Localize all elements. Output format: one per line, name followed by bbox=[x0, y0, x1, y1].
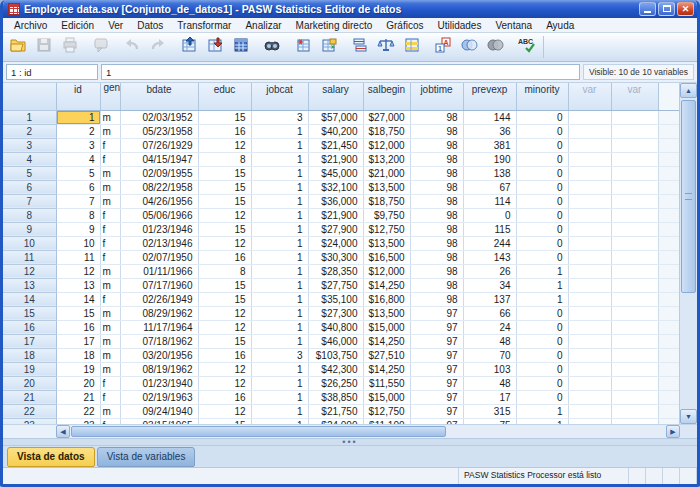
cell-minority-3[interactable]: 0 bbox=[516, 138, 568, 152]
cell-jobtime-10[interactable]: 98 bbox=[410, 236, 463, 250]
vertical-scroll-thumb[interactable] bbox=[681, 100, 696, 293]
cell-salbegin-22[interactable]: $12,750 bbox=[363, 404, 410, 418]
cell-prevexp-11[interactable]: 143 bbox=[463, 250, 516, 264]
menu-transformar[interactable]: Transformar bbox=[170, 19, 238, 32]
cell-salbegin-8[interactable]: $9,750 bbox=[363, 208, 410, 222]
cell-salary-17[interactable]: $46,000 bbox=[308, 334, 363, 348]
scroll-right-button[interactable]: ▶ bbox=[666, 425, 680, 438]
cell-reference-box[interactable]: 1 : id bbox=[6, 64, 98, 80]
cell-gender-9[interactable]: f bbox=[100, 222, 120, 236]
cell-minority-9[interactable]: 0 bbox=[516, 222, 568, 236]
cell-var1-17[interactable] bbox=[568, 334, 611, 348]
cell-salary-18[interactable]: $103,750 bbox=[308, 348, 363, 362]
cell-prevexp-12[interactable]: 26 bbox=[463, 264, 516, 278]
cell-gender-12[interactable]: m bbox=[100, 264, 120, 278]
cell-salary-14[interactable]: $35,100 bbox=[308, 292, 363, 306]
cell-id-17[interactable]: 17 bbox=[56, 334, 100, 348]
cell-salbegin-4[interactable]: $13,200 bbox=[363, 152, 410, 166]
cell-id-10[interactable]: 10 bbox=[56, 236, 100, 250]
cell-bdate-3[interactable]: 07/26/1929 bbox=[120, 138, 198, 152]
cell-var2-2[interactable] bbox=[611, 124, 658, 138]
cell-salary-5[interactable]: $45,000 bbox=[308, 166, 363, 180]
cell-salary-10[interactable]: $24,000 bbox=[308, 236, 363, 250]
row-header-12[interactable]: 12 bbox=[3, 264, 56, 278]
cell-prevexp-9[interactable]: 115 bbox=[463, 222, 516, 236]
cell-var1-11[interactable] bbox=[568, 250, 611, 264]
cell-prevexp-19[interactable]: 103 bbox=[463, 362, 516, 376]
cell-bdate-14[interactable]: 02/26/1949 bbox=[120, 292, 198, 306]
cell-gender-4[interactable]: f bbox=[100, 152, 120, 166]
cell-salbegin-11[interactable]: $16,500 bbox=[363, 250, 410, 264]
cell-salbegin-18[interactable]: $27,510 bbox=[363, 348, 410, 362]
cell-gender-7[interactable]: m bbox=[100, 194, 120, 208]
cell-educ-20[interactable]: 12 bbox=[198, 376, 251, 390]
cell-minority-2[interactable]: 0 bbox=[516, 124, 568, 138]
cell-prevexp-21[interactable]: 17 bbox=[463, 390, 516, 404]
cell-gender-10[interactable]: f bbox=[100, 236, 120, 250]
cell-prevexp-7[interactable]: 114 bbox=[463, 194, 516, 208]
cell-educ-18[interactable]: 16 bbox=[198, 348, 251, 362]
row-header-19[interactable]: 19 bbox=[3, 362, 56, 376]
cell-var2-18[interactable] bbox=[611, 348, 658, 362]
cell-var2-3[interactable] bbox=[611, 138, 658, 152]
cell-jobcat-2[interactable]: 1 bbox=[251, 124, 308, 138]
menu-ayuda[interactable]: Ayuda bbox=[539, 19, 581, 32]
grid-corner-cell[interactable] bbox=[3, 83, 56, 110]
cell-salary-19[interactable]: $42,300 bbox=[308, 362, 363, 376]
cell-jobcat-12[interactable]: 1 bbox=[251, 264, 308, 278]
cell-educ-2[interactable]: 16 bbox=[198, 124, 251, 138]
cell-salbegin-10[interactable]: $13,500 bbox=[363, 236, 410, 250]
cell-educ-7[interactable]: 15 bbox=[198, 194, 251, 208]
horizontal-scroll-track[interactable] bbox=[70, 425, 666, 438]
cell-salbegin-12[interactable]: $12,000 bbox=[363, 264, 410, 278]
cell-salary-11[interactable]: $30,300 bbox=[308, 250, 363, 264]
cell-educ-22[interactable]: 12 bbox=[198, 404, 251, 418]
cell-id-22[interactable]: 22 bbox=[56, 404, 100, 418]
cell-educ-10[interactable]: 12 bbox=[198, 236, 251, 250]
cell-prevexp-22[interactable]: 315 bbox=[463, 404, 516, 418]
cell-var2-21[interactable] bbox=[611, 390, 658, 404]
cell-gender-13[interactable]: m bbox=[100, 278, 120, 292]
cell-educ-17[interactable]: 15 bbox=[198, 334, 251, 348]
cell-minority-4[interactable]: 0 bbox=[516, 152, 568, 166]
cell-jobcat-1[interactable]: 3 bbox=[251, 110, 308, 124]
cell-jobcat-8[interactable]: 1 bbox=[251, 208, 308, 222]
cell-id-11[interactable]: 11 bbox=[56, 250, 100, 264]
cell-minority-16[interactable]: 0 bbox=[516, 320, 568, 334]
cell-jobcat-9[interactable]: 1 bbox=[251, 222, 308, 236]
column-header-minority[interactable]: minority bbox=[516, 83, 568, 110]
menu-edici-n[interactable]: Edición bbox=[54, 19, 101, 32]
cell-jobtime-21[interactable]: 97 bbox=[410, 390, 463, 404]
cell-salbegin-20[interactable]: $11,550 bbox=[363, 376, 410, 390]
cell-gender-1[interactable]: m bbox=[100, 110, 120, 124]
cell-minority-1[interactable]: 0 bbox=[516, 110, 568, 124]
cell-educ-16[interactable]: 12 bbox=[198, 320, 251, 334]
cell-prevexp-16[interactable]: 24 bbox=[463, 320, 516, 334]
cell-minority-14[interactable]: 1 bbox=[516, 292, 568, 306]
open-file-button[interactable] bbox=[5, 35, 31, 60]
cell-salary-8[interactable]: $21,900 bbox=[308, 208, 363, 222]
cell-minority-21[interactable]: 0 bbox=[516, 390, 568, 404]
cell-id-2[interactable]: 2 bbox=[56, 124, 100, 138]
close-button[interactable]: ✕ bbox=[677, 2, 694, 16]
cell-salary-4[interactable]: $21,900 bbox=[308, 152, 363, 166]
tab-data-view[interactable]: Vista de datos bbox=[7, 447, 95, 467]
cell-salbegin-6[interactable]: $13,500 bbox=[363, 180, 410, 194]
cell-salbegin-2[interactable]: $18,750 bbox=[363, 124, 410, 138]
cell-educ-11[interactable]: 16 bbox=[198, 250, 251, 264]
column-header-jobtime[interactable]: jobtime bbox=[410, 83, 463, 110]
cell-prevexp-5[interactable]: 138 bbox=[463, 166, 516, 180]
row-header-1[interactable]: 1 bbox=[3, 110, 56, 124]
cell-minority-19[interactable]: 0 bbox=[516, 362, 568, 376]
select-cases-button[interactable] bbox=[399, 35, 425, 60]
cell-salbegin-13[interactable]: $14,250 bbox=[363, 278, 410, 292]
menu-ventana[interactable]: Ventana bbox=[488, 19, 539, 32]
value-labels-button[interactable]: A1 bbox=[430, 35, 456, 60]
cell-var1-7[interactable] bbox=[568, 194, 611, 208]
cell-var2-10[interactable] bbox=[611, 236, 658, 250]
cell-var1-12[interactable] bbox=[568, 264, 611, 278]
cell-minority-11[interactable]: 0 bbox=[516, 250, 568, 264]
cell-minority-15[interactable]: 0 bbox=[516, 306, 568, 320]
cell-jobcat-22[interactable]: 1 bbox=[251, 404, 308, 418]
cell-var1-4[interactable] bbox=[568, 152, 611, 166]
